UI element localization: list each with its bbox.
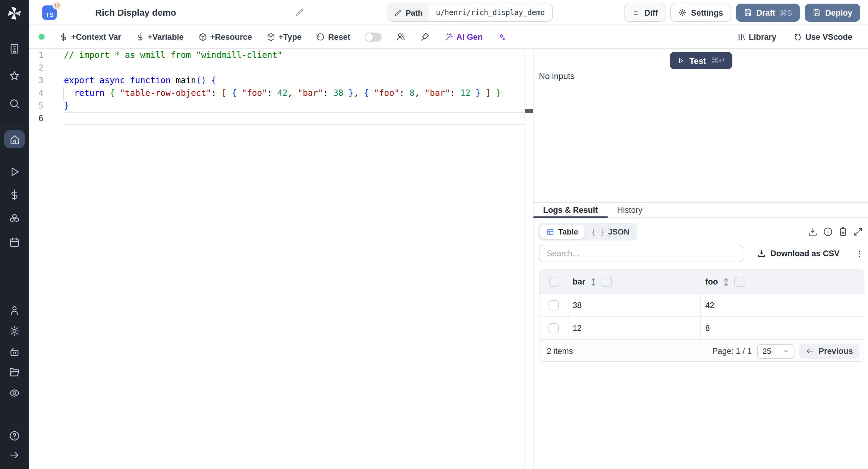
add-context-var-button[interactable]: +Context Var bbox=[59, 32, 121, 41]
more-options-kebab-icon[interactable] bbox=[855, 249, 864, 258]
sort-icon[interactable] bbox=[723, 278, 730, 286]
diff-mode-toggle[interactable] bbox=[365, 32, 381, 41]
workspace-icon[interactable] bbox=[9, 43, 20, 55]
sparkles-icon[interactable] bbox=[497, 32, 506, 41]
select-all-checkbox[interactable] bbox=[549, 277, 559, 287]
search-input[interactable] bbox=[539, 245, 743, 262]
use-vscode-button[interactable]: Use VScode bbox=[793, 32, 852, 41]
format-brush-icon[interactable] bbox=[420, 32, 430, 41]
sidebar-item-workers[interactable] bbox=[9, 346, 20, 358]
code-line[interactable] bbox=[64, 61, 524, 74]
sidebar-item-resources[interactable] bbox=[9, 213, 20, 224]
settings-label: Settings bbox=[691, 8, 723, 17]
settings-button[interactable]: Settings bbox=[671, 4, 731, 22]
emoji-badge bbox=[53, 1, 61, 10]
sidebar-item-variables[interactable] bbox=[9, 189, 20, 200]
sidebar bbox=[0, 0, 29, 469]
expand-icon[interactable] bbox=[853, 227, 863, 237]
path-label: Path bbox=[406, 8, 423, 17]
result-table-body: 3842128 bbox=[539, 293, 864, 339]
search-icon[interactable] bbox=[9, 98, 20, 110]
items-count: 2 items bbox=[547, 347, 573, 356]
table-row[interactable]: 3842 bbox=[539, 293, 864, 316]
add-type-label: +Type bbox=[278, 32, 302, 41]
save-icon bbox=[812, 8, 821, 17]
diff-label: Diff bbox=[644, 8, 658, 17]
tab-logs-result[interactable]: Logs & Result bbox=[533, 202, 608, 217]
sidebar-divider bbox=[0, 127, 29, 127]
add-variable-label: +Variable bbox=[148, 32, 184, 41]
column-header-bar: bar bbox=[572, 277, 585, 286]
sidebar-item-home[interactable] bbox=[4, 130, 25, 148]
library-button[interactable]: Library bbox=[737, 32, 776, 41]
header: TS Rich Display demo Path u/henri/rich_d… bbox=[29, 0, 868, 25]
add-context-var-label: +Context Var bbox=[71, 32, 121, 41]
code-line[interactable]: } bbox=[64, 99, 524, 112]
scrollbar-marker[interactable] bbox=[525, 109, 533, 113]
sidebar-item-settings[interactable] bbox=[9, 325, 20, 337]
refresh-icon bbox=[316, 32, 325, 41]
windmill-logo-icon[interactable] bbox=[7, 5, 22, 24]
add-resource-button[interactable]: +Resource bbox=[198, 32, 252, 41]
row-checkbox[interactable] bbox=[549, 300, 559, 310]
table-grid-icon bbox=[546, 227, 555, 236]
library-label: Library bbox=[749, 32, 776, 41]
ai-gen-label: AI Gen bbox=[456, 32, 483, 41]
path-value[interactable]: u/henri/rich_display_demo bbox=[429, 4, 552, 21]
add-type-button[interactable]: +Type bbox=[267, 32, 302, 41]
page-size-value: 25 bbox=[763, 347, 771, 356]
path-chip[interactable]: Path u/henri/rich_display_demo bbox=[388, 4, 553, 22]
code-line[interactable] bbox=[64, 112, 524, 125]
copy-result-icon[interactable] bbox=[838, 227, 848, 237]
view-json-chip[interactable]: { } JSON bbox=[585, 225, 635, 239]
code-editor[interactable]: 123456 // import * as wmill from "windmi… bbox=[29, 49, 533, 469]
tab-history[interactable]: History bbox=[608, 202, 652, 217]
line-number: 3 bbox=[29, 74, 59, 87]
column-filter-checkbox[interactable] bbox=[734, 277, 744, 287]
cell-bar: 38 bbox=[572, 301, 582, 310]
sidebar-item-runs[interactable] bbox=[9, 166, 20, 178]
overview-ruler[interactable] bbox=[524, 49, 533, 469]
code-line[interactable]: return { "table-row-object": [ { "foo": … bbox=[64, 87, 524, 99]
collaborators-icon[interactable] bbox=[396, 32, 406, 41]
previous-label: Previous bbox=[818, 347, 853, 356]
view-table-chip[interactable]: Table bbox=[540, 225, 584, 239]
test-button[interactable]: Test ⌘↵ bbox=[670, 52, 733, 69]
deploy-label: Deploy bbox=[825, 8, 852, 17]
sidebar-item-users[interactable] bbox=[9, 305, 20, 316]
previous-page-button[interactable]: Previous bbox=[799, 344, 860, 359]
cell-foo: 8 bbox=[705, 324, 710, 333]
download-csv-button[interactable]: Download as CSV bbox=[757, 249, 840, 258]
use-vscode-label: Use VScode bbox=[805, 32, 852, 41]
draft-button[interactable]: Draft ⌘S bbox=[736, 4, 800, 22]
column-filter-checkbox[interactable] bbox=[601, 277, 612, 287]
expand-sidebar-arrow-icon[interactable] bbox=[9, 449, 20, 461]
page-size-select[interactable]: 25 bbox=[757, 344, 795, 358]
column-header-foo: foo bbox=[705, 277, 718, 286]
download-icon[interactable] bbox=[808, 227, 818, 237]
diff-icon bbox=[632, 8, 640, 17]
sort-icon[interactable] bbox=[590, 278, 597, 286]
code-line[interactable]: export async function main() { bbox=[64, 74, 524, 87]
sidebar-item-audit-logs[interactable] bbox=[9, 387, 20, 399]
header-actions: Diff Settings Draft ⌘S Deploy bbox=[624, 4, 860, 22]
info-icon[interactable] bbox=[823, 227, 833, 237]
edit-title-pencil-icon[interactable] bbox=[296, 8, 304, 19]
row-checkbox[interactable] bbox=[549, 323, 559, 333]
add-variable-button[interactable]: +Variable bbox=[135, 32, 184, 41]
line-number: 6 bbox=[29, 112, 59, 125]
table-row[interactable]: 128 bbox=[539, 316, 864, 339]
sidebar-item-folders[interactable] bbox=[9, 367, 20, 378]
line-number: 1 bbox=[29, 49, 59, 61]
ai-gen-button[interactable]: AI Gen bbox=[444, 32, 483, 41]
download-csv-label: Download as CSV bbox=[770, 249, 840, 258]
diff-button[interactable]: Diff bbox=[624, 4, 666, 22]
editor-code[interactable]: // import * as wmill from "windmill-clie… bbox=[64, 49, 524, 125]
code-line[interactable]: // import * as wmill from "windmill-clie… bbox=[64, 49, 524, 61]
deploy-button[interactable]: Deploy bbox=[805, 4, 860, 22]
add-resource-label: +Resource bbox=[210, 32, 252, 41]
sidebar-item-schedules[interactable] bbox=[9, 237, 20, 248]
reset-button[interactable]: Reset bbox=[316, 32, 350, 41]
help-icon[interactable] bbox=[9, 430, 20, 442]
favorites-star-icon[interactable] bbox=[9, 70, 20, 82]
